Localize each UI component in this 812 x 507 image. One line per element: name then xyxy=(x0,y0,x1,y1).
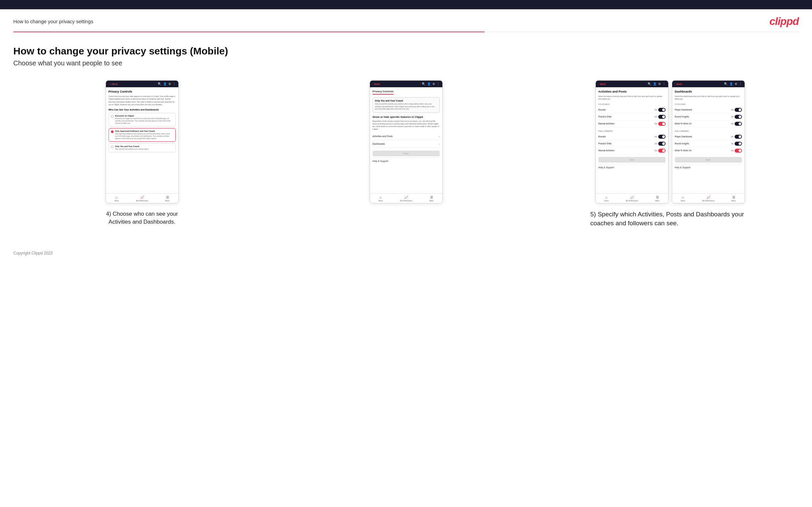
coaches-rounds-row: Rounds ON xyxy=(599,107,666,113)
logo: clippd xyxy=(769,15,799,27)
settings-icon-4[interactable]: ⚙ xyxy=(734,82,737,86)
mockup-group-1: ‹ < Back 🔍 👤 ⚙ ⋮ Privacy Controls Contro… xyxy=(13,80,271,226)
phone-3-content: Activities and Posts Select the types of… xyxy=(596,87,668,193)
option-only-you-label: Only You and Your Coach xyxy=(115,145,149,147)
chart-icon: 📈 xyxy=(140,195,144,199)
menu-icon-4: ☰ xyxy=(732,195,735,199)
tab-home-3[interactable]: ⌂ Home xyxy=(604,195,608,202)
tab-menu-2[interactable]: ☰ Menu xyxy=(429,195,434,202)
tab-menu-4[interactable]: ☰ Menu xyxy=(731,195,736,202)
option-everyone[interactable]: Everyone on Clippd Everyone on Clippd ca… xyxy=(109,113,176,126)
show-hide-desc: Regardless of the privacy controls that … xyxy=(373,120,440,131)
home-icon-3: ⌂ xyxy=(605,195,607,199)
dashboards-arrow: › xyxy=(439,143,440,146)
phone-1-content: Privacy Controls Control how you and you… xyxy=(106,87,179,193)
phone-1-nav-icons: 🔍 👤 ⚙ ⋮ xyxy=(158,82,176,86)
phone-3-nav: ‹ Back 🔍 👤 ⚙ ⋮ xyxy=(596,80,668,87)
followers-manual-toggle[interactable] xyxy=(658,149,666,153)
followers-rounds-row: Rounds ON xyxy=(599,133,666,140)
tab-home-1[interactable]: ⌂ Home xyxy=(114,195,118,202)
save-button-2[interactable]: Save xyxy=(373,151,440,156)
followers-section-3: FOLLOWERS xyxy=(599,130,666,132)
phone-1-back[interactable]: ‹ < Back xyxy=(109,82,118,86)
coaches-rounds-toggle[interactable] xyxy=(658,108,666,112)
header-title: How to change your privacy settings xyxy=(13,18,93,24)
option-approved[interactable]: Only Approved Followers and Your Coach O… xyxy=(109,128,176,142)
tab-performance-4[interactable]: 📈 My Performance xyxy=(702,195,715,202)
more-icon-2[interactable]: ⋮ xyxy=(437,82,440,86)
profile-icon[interactable]: 👤 xyxy=(163,82,167,86)
coaches-practice-toggle[interactable] xyxy=(658,115,666,119)
activities-menu-item[interactable]: Activities and Posts › xyxy=(373,133,440,140)
coaches-manual-toggle[interactable] xyxy=(658,122,666,126)
settings-icon[interactable]: ⚙ xyxy=(168,82,171,86)
caption-1: 4) Choose who can see your Activities an… xyxy=(96,210,189,226)
phone-3-section-desc: Select the types of activity that you'd … xyxy=(599,95,666,101)
followers-what-to-work-toggle[interactable] xyxy=(734,149,742,153)
followers-manual-row: Manual Activities ON xyxy=(599,147,666,154)
privacy-controls-tab[interactable]: Privacy Controls xyxy=(373,90,394,95)
coaches-player-dash-toggle[interactable] xyxy=(734,108,742,112)
followers-rounds-toggle[interactable] xyxy=(658,135,666,139)
tab-home-2[interactable]: ⌂ Home xyxy=(378,195,383,202)
search-icon[interactable]: 🔍 xyxy=(158,82,161,86)
tab-performance-1[interactable]: 📈 My Performance xyxy=(136,195,148,202)
coaches-round-insights-toggle[interactable] xyxy=(734,115,742,119)
header: How to change your privacy settings clip… xyxy=(0,9,812,32)
show-hide-title: Show or hide specific features in Clippd xyxy=(373,115,440,118)
help-label-2: Help & Support xyxy=(373,158,440,164)
radio-everyone[interactable] xyxy=(111,115,114,118)
tab-performance-3[interactable]: 📈 My Performance xyxy=(626,195,638,202)
settings-icon-2[interactable]: ⚙ xyxy=(433,82,435,86)
tab-home-4[interactable]: ⌂ Home xyxy=(680,195,685,202)
copyright-text: Copyright Clippd 2022 xyxy=(13,251,53,256)
coaches-practice-row: Practice Drills ON xyxy=(599,113,666,120)
tab-performance-2[interactable]: 📈 My Performance xyxy=(400,195,412,202)
search-icon-4[interactable]: 🔍 xyxy=(724,82,728,86)
phone-4-nav-icons: 🔍 👤 ⚙ ⋮ xyxy=(724,82,742,86)
search-icon-2[interactable]: 🔍 xyxy=(422,82,425,86)
phone-1: ‹ < Back 🔍 👤 ⚙ ⋮ Privacy Controls Contro… xyxy=(106,80,179,204)
followers-player-dash-row: Player Dashboard ON xyxy=(675,133,742,140)
more-icon-4[interactable]: ⋮ xyxy=(739,82,742,86)
search-icon-3[interactable]: 🔍 xyxy=(648,82,651,86)
phone-4-back[interactable]: ‹ Back xyxy=(675,82,682,86)
only-you-desc: Only you and the coaches you connect wit… xyxy=(375,103,438,111)
save-button-4[interactable]: Save xyxy=(675,157,742,163)
phone-3-section-title: Activities and Posts xyxy=(599,90,666,93)
page-subheading: Choose what you want people to see xyxy=(13,59,799,67)
phone-1-section-title: Who Can See Your Activities and Dashboar… xyxy=(109,109,176,111)
radio-only-you[interactable] xyxy=(111,146,114,148)
settings-icon-3[interactable]: ⚙ xyxy=(658,82,661,86)
followers-player-dash-toggle[interactable] xyxy=(734,135,742,139)
coaches-what-to-work-row: What To Work On ON xyxy=(675,120,742,127)
option-only-you[interactable]: Only You and Your Coach Only you and the… xyxy=(109,143,176,152)
phone-2-back[interactable]: ‹ Back xyxy=(373,82,380,86)
caption-5: 5) Specify which Activities, Posts and D… xyxy=(591,210,750,228)
menu-icon-3: ☰ xyxy=(656,195,659,199)
profile-icon-4[interactable]: 👤 xyxy=(729,82,733,86)
coaches-what-to-work-toggle[interactable] xyxy=(734,122,742,126)
followers-practice-row: Practice Drills ON xyxy=(599,140,666,147)
only-you-title: Only You and Your Coach xyxy=(375,100,438,102)
footer: Copyright Clippd 2022 xyxy=(0,241,812,266)
activities-arrow: › xyxy=(439,135,440,138)
more-icon-3[interactable]: ⋮ xyxy=(663,82,666,86)
radio-approved[interactable] xyxy=(111,130,114,133)
option-approved-label: Only Approved Followers and Your Coach xyxy=(115,130,173,132)
more-icon[interactable]: ⋮ xyxy=(173,82,176,86)
profile-icon-3[interactable]: 👤 xyxy=(653,82,657,86)
tab-menu-1[interactable]: ☰ Menu xyxy=(165,195,170,202)
profile-icon-2[interactable]: 👤 xyxy=(427,82,431,86)
phone-3-back[interactable]: ‹ Back xyxy=(599,82,606,86)
dashboards-menu-item[interactable]: Dashboards › xyxy=(373,140,440,148)
tab-menu-3[interactable]: ☰ Menu xyxy=(655,195,660,202)
option-approved-desc: Only approved followers and coaches you … xyxy=(115,133,173,140)
phone-2-tabbar: ⌂ Home 📈 My Performance ☰ Menu xyxy=(370,193,442,203)
followers-round-insights-toggle[interactable] xyxy=(734,142,742,146)
followers-practice-toggle[interactable] xyxy=(658,142,666,146)
top-bar xyxy=(0,0,812,9)
phone-1-privacy-desc: Control how you and your data appears to… xyxy=(109,95,176,106)
save-button-3[interactable]: Save xyxy=(599,157,666,163)
home-icon-2: ⌂ xyxy=(379,195,382,199)
